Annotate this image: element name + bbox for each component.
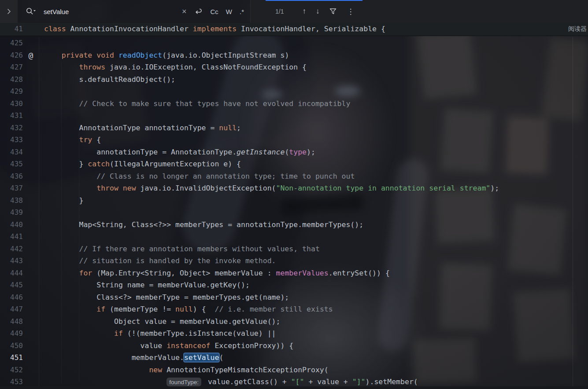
line-number[interactable]: 449 — [0, 329, 23, 338]
line-number[interactable]: 439 — [0, 208, 23, 217]
code-text[interactable]: new AnnotationTypeMismatchExceptionProxy… — [39, 364, 329, 376]
code-text[interactable]: // Check to make sure that types have no… — [39, 98, 350, 110]
code-text[interactable]: // situation is handled by the invoke me… — [39, 255, 276, 267]
line-number[interactable]: 441 — [0, 232, 23, 241]
code-editor-area[interactable]: 425426@ private void readObject(java.io.… — [0, 37, 588, 388]
code-line[interactable]: 434 annotationType = AnnotationType.getI… — [0, 146, 588, 158]
line-number[interactable]: 445 — [0, 281, 23, 289]
search-match-selected[interactable]: setValue — [184, 353, 219, 362]
line-number[interactable]: 452 — [0, 366, 23, 374]
search-query-text[interactable]: setValue — [44, 8, 69, 15]
line-number[interactable]: 440 — [0, 220, 23, 229]
accent-line — [266, 0, 362, 1]
search-input[interactable]: setValue × Cc W .* — [18, 0, 250, 23]
code-line[interactable]: 431 — [0, 110, 588, 122]
line-number[interactable]: 426 — [0, 51, 23, 59]
code-line[interactable]: 442 // If there are annotation members w… — [0, 243, 588, 255]
code-text[interactable]: Object value = memberValue.getValue(); — [39, 316, 280, 328]
annotation-gutter-icon[interactable]: @ — [23, 51, 39, 60]
code-text[interactable]: String name = memberValue.getKey(); — [39, 279, 250, 291]
code-text[interactable]: annotationType = AnnotationType.getInsta… — [39, 146, 315, 158]
code-text[interactable]: } catch(IllegalArgumentException e) { — [39, 158, 241, 170]
previous-occurrence-button[interactable]: ↑ — [302, 7, 306, 16]
code-line[interactable]: 436 // Class is no longer an annotation … — [0, 170, 588, 183]
line-number[interactable]: 434 — [0, 148, 23, 156]
code-text[interactable]: throws java.io.IOException, ClassNotFoun… — [39, 61, 307, 73]
code-text[interactable]: memberValue.setValue( — [39, 352, 223, 364]
code-line[interactable]: 426@ private void readObject(java.io.Obj… — [0, 49, 588, 62]
line-number[interactable]: 446 — [0, 293, 23, 301]
code-text[interactable]: // Class is no longer an annotation type… — [39, 170, 355, 183]
line-number[interactable]: 438 — [0, 196, 23, 205]
code-text[interactable]: if (!(memberType.isInstance(value) || — [39, 327, 276, 340]
code-line[interactable]: 451 memberValue.setValue( — [0, 352, 588, 364]
close-icon[interactable]: × — [182, 7, 187, 15]
line-number[interactable]: 427 — [0, 63, 23, 71]
words-toggle[interactable]: W — [226, 8, 232, 15]
code-text[interactable]: // If there are annotation members witho… — [39, 243, 320, 255]
code-line[interactable]: 435 } catch(IllegalArgumentException e) … — [0, 158, 588, 170]
line-number[interactable]: 442 — [0, 245, 23, 253]
code-text[interactable]: for (Map.Entry<String, Object> memberVal… — [39, 267, 390, 279]
code-text[interactable]: try { — [39, 134, 101, 146]
code-line[interactable]: 450 value instanceof ExceptionProxy)) { — [0, 340, 588, 352]
code-line[interactable]: 441 — [0, 231, 588, 243]
line-number[interactable]: 425 — [0, 39, 23, 47]
code-line[interactable]: 437 throw new java.io.InvalidObjectExcep… — [0, 182, 588, 194]
code-text[interactable]: Class<?> memberType = memberTypes.get(na… — [39, 291, 289, 304]
line-number[interactable]: 429 — [0, 87, 23, 95]
code-line[interactable]: 445 String name = memberValue.getKey(); — [0, 279, 588, 291]
code-line[interactable]: 444 for (Map.Entry<String, Object> membe… — [0, 267, 588, 279]
collapse-search-button[interactable] — [0, 0, 18, 23]
more-options-icon[interactable]: ⋮ — [347, 7, 354, 16]
code-line[interactable]: 430 // Check to make sure that types hav… — [0, 98, 588, 110]
code-text[interactable]: throw new java.io.InvalidObjectException… — [39, 182, 499, 194]
sticky-code-text[interactable]: class AnnotationInvocationHandler implem… — [39, 23, 385, 35]
code-line[interactable]: 425 — [0, 37, 588, 49]
reader-mode-button[interactable]: 阅读器 — [568, 22, 587, 36]
code-line[interactable]: 429 — [0, 85, 588, 98]
regex-toggle[interactable]: .* — [240, 8, 244, 15]
code-text[interactable]: s.defaultReadObject(); — [39, 73, 175, 86]
code-line[interactable]: 427 throws java.io.IOException, ClassNot… — [0, 61, 588, 73]
code-line[interactable]: 438 } — [0, 194, 588, 207]
code-text[interactable]: value instanceof ExceptionProxy)) { — [39, 340, 293, 352]
line-number[interactable]: 447 — [0, 305, 23, 313]
code-line[interactable]: 443 // situation is handled by the invok… — [0, 255, 588, 267]
line-number[interactable]: 430 — [0, 99, 23, 108]
line-number[interactable]: 450 — [0, 341, 23, 350]
sticky-header-line[interactable]: 41 class AnnotationInvocationHandler imp… — [0, 22, 588, 36]
code-line[interactable]: 446 Class<?> memberType = memberTypes.ge… — [0, 291, 588, 304]
line-number[interactable]: 451 — [0, 353, 23, 362]
code-line[interactable]: 439 — [0, 206, 588, 219]
code-line[interactable]: 448 Object value = memberValue.getValue(… — [0, 316, 588, 328]
line-number[interactable]: 453 — [0, 378, 23, 386]
code-line[interactable]: 440 Map<String, Class<?>> memberTypes = … — [0, 219, 588, 231]
code-text[interactable]: private void readObject(java.io.ObjectIn… — [39, 49, 289, 62]
line-number[interactable]: 435 — [0, 160, 23, 168]
next-occurrence-button[interactable]: ↓ — [316, 7, 320, 16]
line-number[interactable]: 428 — [0, 75, 23, 84]
code-line[interactable]: 452 new AnnotationTypeMismatchExceptionP… — [0, 364, 588, 376]
code-line[interactable]: 433 try { — [0, 134, 588, 146]
filter-icon[interactable] — [329, 7, 337, 15]
code-line[interactable]: 447 if (memberType != null) { // i.e. me… — [0, 303, 588, 316]
code-line[interactable]: 428 s.defaultReadObject(); — [0, 73, 588, 86]
line-number[interactable]: 448 — [0, 317, 23, 326]
line-number[interactable]: 444 — [0, 269, 23, 277]
line-number[interactable]: 437 — [0, 184, 23, 192]
line-number[interactable]: 436 — [0, 172, 23, 180]
line-number[interactable]: 443 — [0, 257, 23, 265]
code-text[interactable]: Map<String, Class<?>> memberTypes = anno… — [39, 219, 363, 231]
code-line[interactable]: 449 if (!(memberType.isInstance(value) |… — [0, 327, 588, 340]
line-number[interactable]: 431 — [0, 111, 23, 120]
line-number[interactable]: 433 — [0, 136, 23, 144]
newline-icon[interactable] — [194, 7, 203, 15]
code-text[interactable]: } — [39, 194, 83, 207]
line-number[interactable]: 432 — [0, 124, 23, 132]
code-text[interactable]: if (memberType != null) { // i.e. member… — [39, 303, 333, 316]
code-line[interactable]: 432 AnnotationType annotationType = null… — [0, 122, 588, 134]
search-icon[interactable] — [26, 7, 37, 16]
code-text[interactable]: AnnotationType annotationType = null; — [39, 122, 241, 134]
match-case-toggle[interactable]: Cc — [210, 8, 218, 15]
